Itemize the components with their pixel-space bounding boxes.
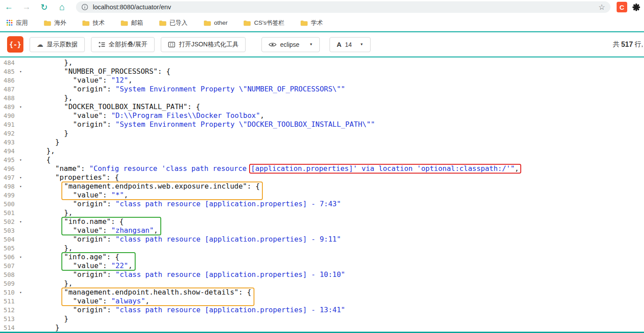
bookmark-label: 应用 [16, 19, 28, 27]
code-line: 497▾"properties": { [0, 173, 644, 182]
code-text: }, [64, 244, 72, 253]
extension-badge-c[interactable]: C [617, 2, 627, 12]
open-json-format-tool-button[interactable]: {} 打开JSON格式化工具 [161, 37, 246, 52]
line-number: 499 [4, 191, 15, 200]
collapse-triangle-icon[interactable]: ▾ [19, 288, 22, 297]
code-text: }, [46, 147, 55, 155]
code-text: }, [64, 208, 72, 217]
line-number: 485 [4, 67, 15, 76]
bookmark-folder[interactable]: other [204, 19, 228, 26]
show-raw-data-button[interactable]: ☁ 显示原数据 [30, 37, 85, 52]
code-text: "value": "always", [73, 297, 149, 306]
code-text: } [55, 323, 60, 332]
folder-icon [121, 20, 128, 26]
folder-icon [243, 20, 251, 26]
line-number: 503 [4, 226, 15, 235]
collapse-triangle-icon[interactable]: ▾ [19, 102, 22, 111]
button-label: 全部折叠/展开 [109, 41, 148, 49]
collapse-triangle-icon[interactable]: ▾ [19, 67, 22, 76]
code-line: 510▾"management.endpoint.health.show-det… [0, 288, 644, 297]
line-number: 514 [4, 323, 15, 332]
code-line: 490"value": "D:\\Program Files\\Docker T… [0, 111, 644, 120]
bookmark-star-icon[interactable]: ☆ [599, 4, 605, 11]
bookmark-label: 已导入 [170, 19, 188, 27]
collapse-expand-all-button[interactable]: 全部折叠/展开 [91, 37, 155, 52]
bookmarks-bar: 应用海外技术邮箱已导入otherCS's书签栏学术 [0, 14, 644, 31]
code-line: 511"value": "always", [0, 297, 644, 306]
code-line: 487"origin": "System Environment Propert… [0, 85, 644, 94]
folder-icon [204, 20, 211, 26]
font-size-value: 14 [345, 41, 352, 48]
browser-toolbar: ← → ↻ ⌂ localhost:8080/actuator/env ☆ C [0, 0, 644, 14]
code-text: "value": "D:\\Program Files\\Docker Tool… [73, 111, 265, 120]
code-line: 504"origin": "class path resource [appli… [0, 235, 644, 244]
code-text: "management.endpoints.web.exposure.inclu… [64, 182, 260, 191]
code-line: 500"origin": "class path resource [appli… [0, 200, 644, 208]
code-text: }, [64, 94, 72, 102]
line-number: 488 [4, 94, 15, 102]
theme-icon [269, 42, 277, 48]
code-line: 489▾"DOCKER_TOOLBOX_INSTALL_PATH": { [0, 102, 644, 111]
theme-value: eclipse [280, 41, 299, 48]
line-number: 500 [4, 200, 15, 208]
site-info-icon[interactable] [81, 4, 88, 11]
font-size-select[interactable]: A 14 ▼ [330, 37, 370, 52]
bookmark-folder[interactable]: 已导入 [159, 19, 188, 27]
refresh-button[interactable]: ↻ [39, 1, 49, 13]
line-number: 506 [4, 253, 15, 261]
bookmark-folder[interactable]: 邮箱 [121, 19, 143, 27]
line-number: 504 [4, 235, 15, 244]
cloud-icon: ☁ [37, 41, 43, 48]
line-number: 484 [4, 58, 15, 67]
folder-icon [300, 20, 308, 26]
line-number: 490 [4, 111, 15, 120]
folder-icon [44, 20, 51, 26]
code-line: 493} [0, 138, 644, 147]
address-bar[interactable]: localhost:8080/actuator/env ☆ [76, 1, 610, 13]
code-text: } [55, 138, 60, 147]
button-label: 打开JSON格式化工具 [179, 41, 239, 49]
line-number: 509 [4, 279, 15, 288]
line-number: 513 [4, 314, 15, 323]
collapse-triangle-icon[interactable]: ▾ [19, 155, 22, 164]
bookmark-folder[interactable]: 技术 [82, 19, 105, 27]
code-text: "origin": "class path resource [applicat… [73, 306, 345, 314]
extensions-icon[interactable] [631, 2, 641, 12]
code-text: "value": "zhangsan", [73, 226, 158, 235]
code-line: 498▾"management.endpoints.web.exposure.i… [0, 182, 644, 191]
bookmark-folder[interactable]: 海外 [44, 19, 66, 27]
collapse-triangle-icon[interactable]: ▾ [19, 253, 22, 261]
url-text: localhost:8080/actuator/env [93, 4, 599, 11]
line-number: 505 [4, 244, 15, 253]
line-number: 493 [4, 138, 15, 147]
back-button[interactable]: ← [4, 1, 14, 13]
line-number: 502 [4, 217, 15, 226]
collapse-triangle-icon[interactable]: ▾ [19, 182, 22, 191]
bookmarks-apps-button[interactable]: 应用 [6, 19, 28, 27]
apps-grid-icon [6, 19, 13, 26]
home-button[interactable]: ⌂ [57, 1, 67, 13]
code-text: "info.age": { [64, 253, 119, 261]
code-line: 507"value": "22", [0, 261, 644, 270]
line-number: 501 [4, 208, 15, 217]
code-line: 505}, [0, 244, 644, 253]
collapse-triangle-icon[interactable]: ▾ [19, 217, 22, 226]
line-number: 494 [4, 147, 15, 155]
code-line: 514} [0, 323, 644, 332]
collapse-triangle-icon[interactable]: ▾ [19, 173, 22, 182]
line-number: 491 [4, 120, 15, 129]
forward-button[interactable]: → [21, 1, 32, 13]
line-number: 498 [4, 182, 15, 191]
bookmark-label: CS's书签栏 [254, 19, 284, 27]
code-text: } [64, 314, 68, 323]
bookmark-folder[interactable]: CS's书签栏 [243, 19, 284, 27]
format-tool-icon: {} [168, 41, 175, 48]
bookmark-folder[interactable]: 学术 [300, 19, 323, 27]
code-line: 484}, [0, 58, 644, 67]
bookmark-label: 学术 [311, 19, 323, 27]
code-text: "info.name": { [64, 217, 124, 226]
bookmark-label: other [214, 19, 228, 26]
theme-select[interactable]: eclipse ▼ [261, 37, 320, 52]
line-number: 507 [4, 261, 15, 270]
code-text: "properties": { [55, 173, 119, 182]
